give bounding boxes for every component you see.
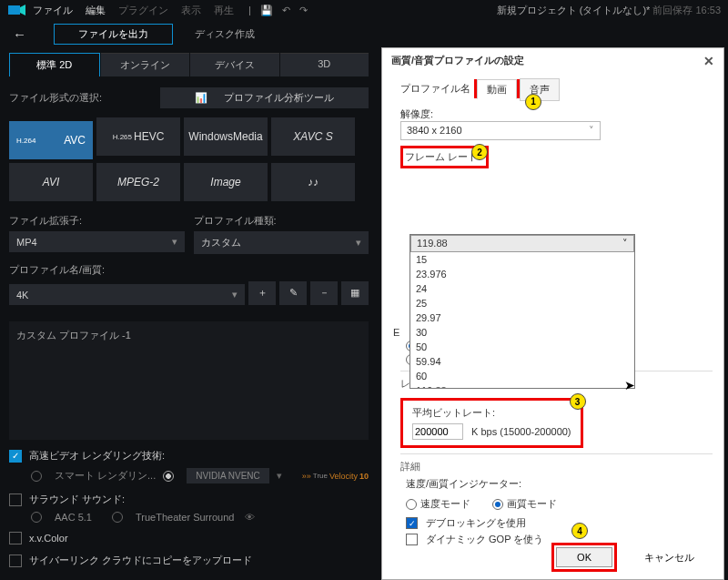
aac51-radio [31, 512, 42, 523]
resolution-select[interactable]: 3840 x 2160˅ [400, 121, 601, 140]
format-image[interactable]: Image [184, 163, 268, 201]
truevelocity-badge: »»TrueVelocity10 [302, 472, 369, 481]
profile-name-label: プロファイル名 [400, 82, 470, 96]
tab-video[interactable]: 動画 [477, 79, 517, 99]
extension-select[interactable]: MP4▾ [9, 231, 185, 252]
avg-bitrate-input[interactable] [412, 423, 463, 440]
badge-2: 2 [471, 144, 488, 160]
framerate-label: フレーム レート: [405, 150, 480, 164]
fr-option[interactable]: 60 [410, 369, 634, 383]
quality-mode-radio[interactable] [492, 499, 503, 510]
add-button[interactable]: ＋ [248, 281, 276, 305]
surround-checkbox[interactable] [9, 494, 22, 506]
chevron-down-icon: ▾ [172, 236, 177, 248]
chevron-down-icon: ˅ [589, 125, 594, 137]
fr-option[interactable]: 24 [410, 281, 634, 296]
badge-4: 4 [571, 523, 588, 539]
format-mpeg2[interactable]: MPEG-2 [96, 163, 180, 201]
save-icon[interactable]: 💾 [260, 5, 273, 16]
dynamic-gop-checkbox[interactable] [406, 534, 418, 545]
fast-render-label: 高速ビデオ レンダリング技術: [29, 449, 165, 463]
file-format-label: ファイル形式の選択: [9, 91, 102, 105]
format-xavc-s[interactable]: XAVC S [271, 117, 355, 156]
menu-view[interactable]: 表示 [181, 4, 201, 17]
remove-button[interactable]: － [310, 281, 338, 305]
upload-checkbox[interactable] [9, 555, 22, 567]
create-disc-button[interactable]: ディスク作成 [195, 27, 255, 41]
fr-option[interactable]: 119.88 [410, 383, 634, 389]
fr-option[interactable]: 15 [410, 252, 634, 267]
fr-option[interactable]: 23.976 [410, 267, 634, 281]
undo-icon[interactable]: ↶ [282, 5, 290, 16]
surround-label: サラウンド サウンド: [29, 493, 125, 506]
ok-button[interactable]: OK [556, 547, 612, 567]
tab-standard-2d[interactable]: 標準 2D [9, 53, 100, 76]
avg-bitrate-label: 平均ビットレート: [412, 406, 571, 420]
divider: | [248, 5, 251, 16]
menu-file[interactable]: ファイル [33, 4, 73, 17]
bitrate-unit: K bps (15000-200000) [471, 426, 571, 437]
profile-name-label: プロファイル名/画質: [9, 263, 369, 277]
redo-icon: ↷ [299, 5, 308, 16]
chevron-down-icon: ▾ [232, 289, 238, 300]
fr-option[interactable]: 50 [410, 340, 634, 354]
project-title: 新規プロジェクト (タイトルなし)* [497, 5, 651, 15]
detail-label: 詳細 [400, 460, 713, 473]
profile-settings-dialog: 画質/音質プロファイルの設定 ✕ プロファイル名 動画 音声 1 解像度: 38… [381, 47, 724, 580]
menu-bar: ファイル 編集 プラグイン 表示 再生 [33, 4, 234, 17]
framerate-dropdown[interactable]: 119.88˅ 15 23.976 24 25 29.97 30 50 59.9… [410, 234, 635, 389]
fr-option[interactable]: 25 [410, 296, 634, 310]
speed-mode-radio[interactable] [406, 499, 417, 510]
speed-quality-label: 速度/画質インジケーター: [406, 477, 713, 491]
cursor-icon: ➤ [624, 378, 635, 392]
fast-render-checkbox[interactable]: ✓ [9, 450, 22, 463]
smart-render-radio[interactable] [31, 471, 42, 482]
last-saved-label: 前回保存 [652, 5, 693, 15]
extension-label: ファイル拡張子: [9, 214, 185, 228]
badge-3: 3 [570, 393, 586, 410]
tts-radio [112, 512, 123, 523]
close-icon[interactable]: ✕ [703, 54, 714, 68]
chevron-down-icon: ˅ [622, 238, 628, 249]
app-logo [7, 3, 27, 17]
back-button[interactable]: ← [7, 26, 32, 42]
analysis-icon: 📊 [195, 92, 207, 103]
profile-type-label: プロファイル種類: [194, 214, 369, 228]
format-avi[interactable]: AVI [9, 163, 93, 201]
preview-icon[interactable]: 👁 [245, 512, 255, 523]
svg-rect-0 [8, 5, 20, 15]
chevron-down-icon: ▾ [356, 237, 361, 249]
cancel-button[interactable]: キャンセル [624, 547, 714, 568]
fr-option[interactable]: 59.94 [410, 354, 634, 369]
nvenc-radio[interactable] [163, 471, 174, 482]
nvenc-select[interactable]: NVIDIA NVENC [187, 468, 269, 483]
fr-option[interactable]: 29.97 [410, 310, 634, 325]
custom-profile-box: カスタム プロファイル -1 [9, 321, 369, 440]
deblocking-checkbox[interactable]: ✓ [406, 517, 418, 529]
tab-online[interactable]: オンライン [101, 53, 190, 76]
details-button[interactable]: ▦ [341, 281, 369, 305]
framerate-select-current[interactable]: 119.88˅ [410, 235, 634, 252]
menu-edit[interactable]: 編集 [86, 4, 106, 17]
edit-button[interactable]: ✎ [279, 281, 307, 305]
fr-option[interactable]: 30 [410, 325, 634, 340]
last-saved-time: 16:53 [695, 5, 721, 15]
upload-label: サイバーリンク クラウドにコピーをアップロード [29, 554, 252, 567]
resolution-label: 解像度: [400, 107, 713, 121]
menu-play[interactable]: 再生 [214, 4, 234, 17]
xvcolor-checkbox[interactable] [9, 532, 22, 544]
format-h264-avc[interactable]: H.264AVC [9, 121, 93, 159]
smart-render-label: スマート レンダリン... [55, 469, 156, 483]
profile-analysis-button[interactable]: 📊プロファイル分析ツール [160, 87, 369, 108]
menu-plugin[interactable]: プラグイン [118, 4, 168, 17]
dialog-title: 画質/音質プロファイルの設定 [391, 54, 524, 68]
tab-device[interactable]: デバイス [190, 53, 279, 76]
profile-type-select[interactable]: カスタム▾ [194, 231, 369, 254]
format-windowsmedia[interactable]: WindowsMedia [184, 117, 268, 156]
output-file-button[interactable]: ファイルを出力 [54, 24, 173, 45]
tab-3d[interactable]: 3D [280, 53, 369, 76]
profile-name-select[interactable]: 4K▾ [9, 284, 245, 305]
format-h265-hevc[interactable]: H.265HEVC [96, 117, 180, 156]
entropy-label: E [393, 327, 399, 338]
format-audio[interactable]: ♪♪ [271, 163, 355, 201]
